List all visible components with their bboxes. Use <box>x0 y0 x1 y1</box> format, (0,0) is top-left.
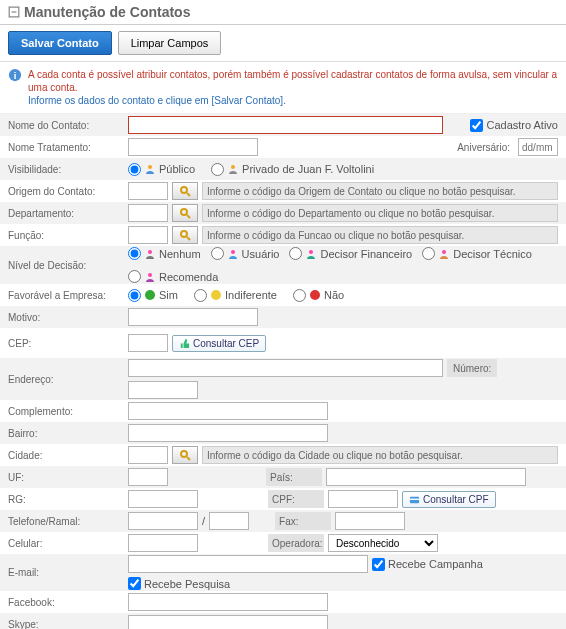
person-icon <box>305 248 317 260</box>
motivo-input <box>128 308 258 326</box>
label-aniversario: Aniversário: <box>457 142 510 153</box>
vis-publico-radio[interactable] <box>128 163 141 176</box>
cep-input[interactable] <box>128 334 168 352</box>
label-cpf: CPF: <box>268 490 324 508</box>
nv-rec-label: Recomenda <box>159 271 218 283</box>
funcao-lookup-button[interactable] <box>172 226 198 244</box>
label-fax: Fax: <box>275 512 331 530</box>
fv-ind-radio[interactable] <box>194 289 207 302</box>
slash-label: / <box>202 515 205 527</box>
ramal-input[interactable] <box>209 512 249 530</box>
cadastro-ativo-label: Cadastro Ativo <box>486 119 558 131</box>
row-celular: Celular: Operadora: Desconhecido <box>0 532 566 554</box>
person-icon <box>227 248 239 260</box>
cidade-code-input[interactable] <box>128 446 168 464</box>
cadastro-ativo-checkbox[interactable] <box>470 119 483 132</box>
row-cidade: Cidade: Informe o código da Cidade ou cl… <box>0 444 566 466</box>
label-rg: RG: <box>8 494 128 505</box>
collapse-icon <box>8 6 20 18</box>
endereco-input[interactable] <box>128 359 443 377</box>
svg-point-14 <box>310 290 320 300</box>
info-line1: A cada conta é possível atribuir contato… <box>28 68 558 94</box>
label-operadora: Operadora: <box>268 534 324 552</box>
person-icon <box>144 271 156 283</box>
svg-text:i: i <box>14 70 17 81</box>
celular-input[interactable] <box>128 534 198 552</box>
label-complemento: Complemento: <box>8 406 128 417</box>
nv-rec-radio[interactable] <box>128 270 141 283</box>
depto-code-input[interactable] <box>128 204 168 222</box>
row-visibilidade: Visibilidade: Público Privado de Juan F.… <box>0 158 566 180</box>
row-skype: Skype: <box>0 613 566 629</box>
row-origem: Origem do Contato: Informe o código da O… <box>0 180 566 202</box>
nv-fin-radio[interactable] <box>289 247 302 260</box>
pais-input <box>326 468 526 486</box>
svg-point-10 <box>442 250 446 254</box>
nv-usuario-radio[interactable] <box>211 247 224 260</box>
funcao-code-input[interactable] <box>128 226 168 244</box>
svg-point-9 <box>309 250 313 254</box>
row-uf: UF: País: <box>0 466 566 488</box>
recebe-campanha-checkbox[interactable] <box>372 558 385 571</box>
vis-privado-label: Privado de Juan F. Voltolini <box>242 163 374 175</box>
clear-button[interactable]: Limpar Campos <box>118 31 222 55</box>
svg-point-11 <box>148 273 152 277</box>
page-header: Manutenção de Contatos <box>0 0 566 25</box>
origem-code-input[interactable] <box>128 182 168 200</box>
skype-input[interactable] <box>128 615 328 629</box>
label-origem: Origem do Contato: <box>8 186 128 197</box>
complemento-input[interactable] <box>128 402 328 420</box>
fv-sim-radio[interactable] <box>128 289 141 302</box>
row-cep: CEP: Consultar CEP <box>0 328 566 358</box>
recebe-pesquisa-checkbox[interactable] <box>128 577 141 590</box>
label-nome: Nome do Contato: <box>8 120 128 131</box>
label-uf: UF: <box>8 472 128 483</box>
red-dot-icon <box>309 289 321 301</box>
aniversario-input[interactable] <box>518 138 558 156</box>
nv-usuario-label: Usuário <box>242 248 280 260</box>
svg-point-6 <box>181 231 187 237</box>
rg-input[interactable] <box>128 490 198 508</box>
telefone-input[interactable] <box>128 512 198 530</box>
row-endereco: Endereço: Número: <box>0 358 566 400</box>
origem-lookup-button[interactable] <box>172 182 198 200</box>
uf-input <box>128 468 168 486</box>
funcao-hint: Informe o código da Funcao ou clique no … <box>202 226 558 244</box>
bairro-input[interactable] <box>128 424 328 442</box>
label-motivo: Motivo: <box>8 312 128 323</box>
cidade-lookup-button[interactable] <box>172 446 198 464</box>
form: Nome do Contato: Cadastro Ativo Nome Tra… <box>0 114 566 629</box>
email-input[interactable] <box>128 555 368 573</box>
thumbs-up-icon <box>179 338 190 349</box>
recebe-campanha-label: Recebe Campanha <box>388 558 483 570</box>
cpf-input[interactable] <box>328 490 398 508</box>
info-icon: i <box>8 68 22 82</box>
nv-tec-radio[interactable] <box>422 247 435 260</box>
depto-lookup-button[interactable] <box>172 204 198 222</box>
svg-point-3 <box>231 165 235 169</box>
row-nome: Nome do Contato: Cadastro Ativo <box>0 114 566 136</box>
nome-input[interactable] <box>128 116 443 134</box>
fv-nao-radio[interactable] <box>293 289 306 302</box>
vis-privado-radio[interactable] <box>211 163 224 176</box>
public-icon <box>144 163 156 175</box>
info-line2: Informe os dados do contato e clique em … <box>28 94 558 107</box>
operadora-select[interactable]: Desconhecido <box>328 534 438 552</box>
consultar-cpf-button[interactable]: Consultar CPF <box>402 491 496 508</box>
facebook-input[interactable] <box>128 593 328 611</box>
label-numero: Número: <box>447 359 497 377</box>
tratamento-input[interactable] <box>128 138 258 156</box>
save-button[interactable]: Salvar Contato <box>8 31 112 55</box>
fax-input[interactable] <box>335 512 405 530</box>
label-nivel: Nível de Decisão: <box>8 260 128 271</box>
label-bairro: Bairro: <box>8 428 128 439</box>
depto-hint: Informe o código do Departamento ou cliq… <box>202 204 558 222</box>
label-facebook: Facebook: <box>8 597 128 608</box>
consultar-cep-button[interactable]: Consultar CEP <box>172 335 266 352</box>
row-funcao: Função: Informe o código da Funcao ou cl… <box>0 224 566 246</box>
row-facebook: Facebook: <box>0 591 566 613</box>
nv-nenhum-radio[interactable] <box>128 247 141 260</box>
row-telefone: Telefone/Ramal: / Fax: <box>0 510 566 532</box>
svg-point-7 <box>148 250 152 254</box>
numero-input[interactable] <box>128 381 198 399</box>
